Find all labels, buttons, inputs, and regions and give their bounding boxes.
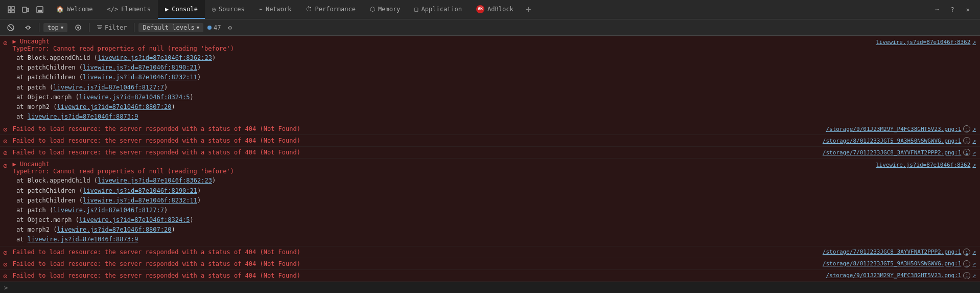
stack-link[interactable]: livewire.js?id=87e1046f:8873:9 [28, 236, 138, 243]
svg-rect-4 [22, 7, 27, 12]
source-icon: ↗ [972, 39, 976, 46]
sources-icon: ◎ [212, 6, 216, 13]
console-output[interactable]: ⊘ ▶ Uncaught TypeError: Cannot read prop… [0, 36, 980, 293]
stack-link[interactable]: livewire.js?id=87e1046f:8873:9 [28, 113, 138, 120]
uncaught-toggle[interactable]: ▶ Uncaught [12, 38, 49, 45]
stack-link[interactable]: livewire.js?id=87e1046f:8190:21 [83, 64, 197, 71]
stack-link[interactable]: livewire.js?id=87e1046f:8232:11 [83, 197, 197, 204]
filter-by-source-button[interactable] [21, 23, 35, 32]
svg-point-10 [27, 26, 30, 29]
tab-welcome[interactable]: 🏠 Welcome [49, 0, 100, 19]
console-input[interactable] [11, 284, 976, 291]
tab-elements[interactable]: </> Elements [100, 0, 158, 19]
error-source-link[interactable]: livewire.js?id=87e1046f:8362 ↗ [872, 160, 980, 170]
error-icon: ⊘ [0, 123, 10, 134]
svg-point-14 [77, 27, 79, 29]
tab-console[interactable]: ▶ Console [158, 0, 205, 19]
uncaught-toggle[interactable]: ▶ Uncaught [12, 161, 49, 168]
source-icon: ↗ [972, 260, 976, 267]
stack-line: at morph2 (livewire.js?id=87e1046f:8807:… [10, 225, 980, 235]
console-settings-button[interactable]: ⚙ [225, 23, 235, 32]
tab-bar-icons [2, 4, 49, 16]
stack-link[interactable]: livewire.js?id=87e1046f:8362:23 [98, 177, 212, 184]
stack-link[interactable]: livewire.js?id=87e1046f:8127:7 [53, 84, 164, 91]
filter-input-button[interactable]: Filter [94, 23, 130, 32]
error-type: TypeError: Cannot read properties of nul… [12, 45, 234, 52]
source-icon: ↗ [972, 138, 976, 144]
tab-more-actions: ⋯ ? ✕ [927, 4, 978, 16]
stack-line: at patchChildren (livewire.js?id=87e1046… [10, 63, 980, 73]
tab-performance-label: Performance [315, 6, 356, 13]
stack-link[interactable]: livewire.js?id=87e1046f:8190:21 [83, 187, 197, 194]
info-icon: i [963, 125, 970, 132]
error-source-link[interactable]: livewire.js?id=87e1046f:8362 ↗ [872, 37, 980, 48]
inspect-icon[interactable] [5, 4, 17, 16]
toolbar-divider-3 [134, 23, 134, 32]
info-icon: i [963, 137, 970, 144]
performance-icon: ⏱ [306, 6, 312, 13]
error-source-link[interactable]: /storage/8/01J233JGT5_9A3H50NSWGWVG.png:… [819, 135, 980, 146]
tab-performance[interactable]: ⏱ Performance [299, 0, 363, 19]
close-devtools-icon[interactable]: ✕ [962, 4, 974, 16]
tab-memory[interactable]: ⬡ Memory [363, 0, 407, 19]
error-source-link[interactable]: /storage/8/01J233JGT5_9A3H50NSWGWVG.png:… [819, 258, 980, 269]
error-icon: ⊘ [0, 270, 10, 281]
tab-sources[interactable]: ◎ Sources [205, 0, 252, 19]
stack-line: at patch (livewire.js?id=87e1046f:8127:7… [10, 206, 980, 215]
stack-link[interactable]: livewire.js?id=87e1046f:8127:7 [53, 207, 164, 214]
stack-link[interactable]: livewire.js?id=87e1046f:8232:11 [83, 74, 197, 81]
tab-add[interactable]: + [521, 0, 536, 19]
source-icon: ↗ [972, 149, 976, 156]
stack-link[interactable]: livewire.js?id=87e1046f:8807:20 [57, 103, 171, 110]
error-icon: ⊘ [0, 135, 10, 146]
error-source-link[interactable]: /storage/9/01J23M29Y_P4FC38GHT5V23.png:1… [822, 270, 980, 281]
stack-line: at patchChildren (livewire.js?id=87e1046… [10, 73, 980, 82]
source-url: /storage/8/01J233JGT5_9A3H50NSWGWVG.png:… [823, 138, 962, 144]
clear-console-button[interactable] [4, 23, 17, 32]
error-message: Failed to load resource: the server resp… [10, 136, 818, 146]
tab-application[interactable]: □ Application [407, 0, 469, 19]
error-source-link[interactable]: /storage/7/01J233JGC8_3AYVFNAT2PPP2.png:… [819, 246, 980, 258]
settings-icon: ⚙ [228, 24, 232, 31]
source-url: livewire.js?id=87e1046f:8362 [876, 39, 970, 46]
info-icon: i [963, 149, 970, 156]
welcome-icon: 🏠 [56, 6, 64, 13]
stack-link[interactable]: livewire.js?id=87e1046f:8362:23 [98, 54, 212, 61]
tab-network-label: Network [266, 6, 292, 13]
source-icon: ↗ [972, 249, 976, 255]
source-icon: ↗ [972, 162, 976, 168]
undock-icon[interactable] [34, 4, 46, 16]
svg-line-9 [9, 26, 13, 30]
stack-line: at Object.morph (livewire.js?id=87e1046f… [10, 93, 980, 102]
stack-line: at Block.appendChild (livewire.js?id=87e… [10, 53, 980, 63]
tab-adblock[interactable]: AB AdBlock [469, 0, 521, 19]
error-message: Failed to load resource: the server resp… [10, 271, 822, 281]
more-options-icon[interactable]: ⋯ [931, 4, 943, 16]
error-count: 47 [214, 24, 221, 31]
error-source-link[interactable]: /storage/7/01J233JGC8_3AYVFNAT2PPP2.png:… [819, 147, 980, 158]
error-badge: 47 [207, 24, 221, 31]
log-levels-selector[interactable]: Default levels ▼ [138, 23, 203, 32]
elements-icon: </> [107, 6, 119, 13]
error-icon: ⊘ [0, 160, 10, 171]
list-item: ⊘ Failed to load resource: the server re… [0, 270, 980, 282]
error-message: Failed to load resource: the server resp… [10, 259, 818, 269]
device-icon[interactable] [19, 4, 32, 16]
context-selector[interactable]: top ▼ [43, 23, 67, 32]
memory-icon: ⬡ [370, 6, 375, 13]
show-live-expression-button[interactable] [72, 23, 85, 32]
error-source-link[interactable]: /storage/9/01J23M29Y_P4FC38GHT5V23.png:1… [822, 123, 980, 134]
help-icon[interactable]: ? [946, 4, 959, 16]
application-icon: □ [414, 6, 418, 13]
stack-link[interactable]: livewire.js?id=87e1046f:8807:20 [57, 226, 171, 233]
stack-line: at livewire.js?id=87e1046f:8873:9 [10, 112, 980, 122]
svg-rect-2 [8, 10, 11, 13]
stack-link[interactable]: livewire.js?id=87e1046f:8324:5 [79, 216, 190, 223]
error-icon: ⊘ [0, 147, 10, 158]
info-icon: i [963, 260, 970, 267]
source-url: /storage/9/01J23M29Y_P4FC38GHT5V23.png:1 [826, 126, 961, 132]
stack-link[interactable]: livewire.js?id=87e1046f:8324:5 [79, 94, 190, 101]
tab-network[interactable]: ⌁ Network [252, 0, 299, 19]
stack-line: at patch (livewire.js?id=87e1046f:8127:7… [10, 83, 980, 93]
error-message: Failed to load resource: the server resp… [10, 247, 818, 257]
